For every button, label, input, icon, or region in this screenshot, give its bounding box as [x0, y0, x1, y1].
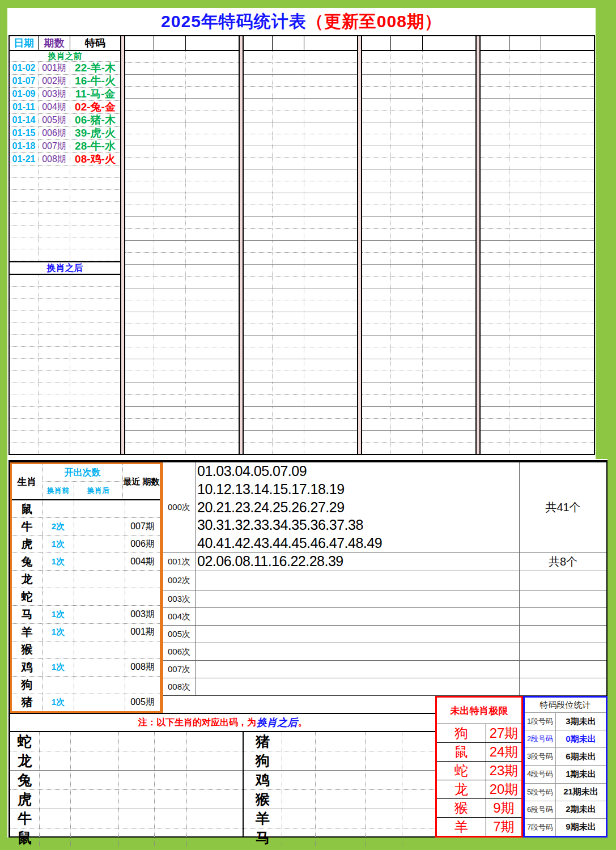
zodiac-name: 羊 — [244, 809, 282, 828]
count-label: 004次 — [163, 608, 196, 625]
bottom-zodiac-row: 龙 — [10, 751, 243, 771]
overdue-periods: 27期 — [486, 724, 521, 742]
empty-row — [244, 336, 357, 348]
empty-row — [125, 75, 239, 87]
page-title: 2025年特码统计表（更新至008期） — [7, 8, 596, 35]
empty-row — [244, 359, 357, 371]
empty-cell — [155, 828, 187, 847]
empty-cell — [366, 751, 402, 770]
empty-cell — [155, 809, 187, 828]
empty-cell — [366, 828, 402, 847]
draw-row: 01-09 003期 11-马-金 — [10, 88, 120, 101]
empty-cell — [71, 790, 119, 809]
zodiac-name: 虎 — [10, 790, 40, 809]
empty-group-body — [244, 51, 357, 454]
empty-cell — [187, 790, 243, 809]
count-row-005: 005次 — [163, 626, 606, 643]
empty-group-header — [125, 36, 239, 51]
count-label: 008次 — [163, 678, 196, 695]
zodiac-stats-row: 猴 — [12, 641, 160, 659]
empty-row — [481, 253, 594, 265]
zodiac-name: 狗 — [244, 751, 282, 770]
empty-group-header — [244, 36, 357, 51]
empty-row — [362, 229, 475, 241]
draw-code: 39-虎-火 — [70, 127, 120, 139]
empty-row — [125, 205, 239, 217]
empty-row — [125, 217, 239, 229]
recent-period-value — [125, 571, 160, 588]
empty-cell — [71, 751, 119, 770]
draw-period: 006期 — [39, 127, 70, 139]
empty-row — [362, 312, 475, 324]
draw-code: 16-牛-火 — [70, 75, 120, 87]
empty-row — [362, 288, 475, 300]
bottom-zodiac-row: 牛 — [10, 809, 243, 828]
empty-row — [125, 419, 239, 431]
empty-row — [244, 51, 357, 63]
draw-row: 01-21 008期 08-鸡-火 — [10, 153, 120, 166]
bottom-zodiac-row: 蛇 — [10, 732, 243, 751]
empty-rows-block — [10, 166, 120, 261]
zodiac-name: 蛇 — [10, 732, 40, 751]
zodiac-stats-row: 兔 1次 004期 — [12, 553, 160, 571]
recent-period-value — [125, 677, 160, 694]
divider-bar — [475, 36, 481, 454]
empty-row — [481, 169, 594, 181]
empty-group-body — [125, 51, 239, 454]
empty-row — [244, 63, 357, 75]
empty-cell — [40, 790, 71, 809]
count-numbers: 02.06.08.11.16.22.28.39 — [196, 552, 519, 571]
zodiac-name: 狗 — [12, 677, 43, 694]
empty-row — [481, 383, 594, 395]
empty-cell — [71, 732, 119, 751]
empty-cell — [402, 828, 435, 847]
empty-row — [244, 75, 357, 87]
count-label: 005次 — [163, 626, 196, 643]
segment-value: 1期未出 — [556, 766, 606, 783]
top-table-header: 日期 期数 特码 — [10, 36, 120, 51]
overdue-periods: 23期 — [486, 762, 521, 780]
segment-label: 7段号码 — [525, 819, 556, 836]
empty-row — [362, 324, 475, 336]
empty-row — [362, 63, 475, 75]
empty-row — [10, 382, 120, 394]
count-row-001: 001次 02.06.08.11.16.22.28.39 共8个 — [163, 552, 606, 571]
empty-row — [362, 134, 475, 146]
overdue-zodiac: 狗 — [437, 724, 486, 742]
empty-row — [481, 205, 594, 217]
draw-row: 01-14 005期 06-猪-木 — [10, 114, 120, 127]
overdue-box-title: 未出特肖极限 — [437, 698, 521, 724]
count-numbers: 01.03.04.05.07.09 10.12.13.14.15.17.18.1… — [196, 462, 519, 552]
times-before-value: 1次 — [43, 606, 74, 623]
empty-row — [362, 253, 475, 265]
empty-cell — [402, 732, 435, 751]
empty-row — [244, 205, 357, 217]
count-label: 007次 — [163, 661, 196, 678]
empty-row — [362, 51, 475, 63]
empty-row — [125, 87, 239, 99]
empty-row — [362, 383, 475, 395]
zodiac-name: 牛 — [10, 809, 40, 828]
empty-cell — [282, 751, 316, 770]
empty-cell — [282, 809, 316, 828]
empty-row — [362, 75, 475, 87]
empty-row — [362, 336, 475, 348]
draw-period: 008期 — [39, 153, 70, 165]
empty-row — [125, 158, 239, 169]
overdue-periods: 9期 — [486, 799, 521, 817]
empty-row — [481, 371, 594, 383]
segment-rows: 1段号码 3期未出 2段号码 0期未出 3段号码 6期未出 4段号码 1期未出 … — [525, 713, 606, 836]
empty-row — [481, 359, 594, 371]
empty-row — [244, 158, 357, 169]
empty-period-groups — [120, 36, 594, 454]
zodiac-stats-table: 生肖 开出次数 换肖前 换肖后 最近 期数 鼠 牛 2次 007期 — [10, 462, 162, 713]
empty-row — [10, 166, 120, 178]
empty-row — [481, 407, 594, 419]
bottom-zodiac-row: 兔 — [10, 771, 243, 790]
empty-row — [362, 87, 475, 99]
empty-row — [481, 431, 594, 443]
count-row-000: 000次 01.03.04.05.07.09 10.12.13.14.15.17… — [163, 462, 606, 552]
empty-cell — [155, 790, 187, 809]
empty-cell — [40, 751, 71, 770]
empty-row — [125, 324, 239, 336]
